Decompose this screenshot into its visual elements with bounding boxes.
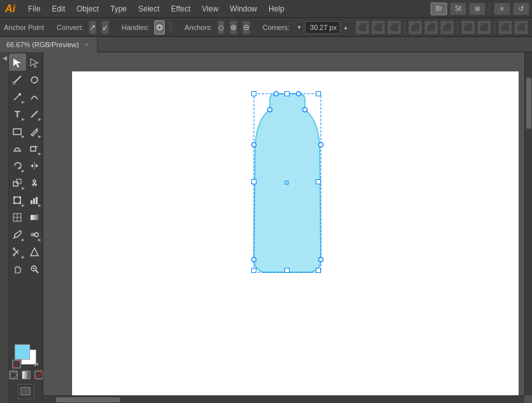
scissors-btn[interactable]: ▶ <box>9 243 26 260</box>
corners-value-input[interactable] <box>305 21 340 34</box>
type-icon: T <box>15 109 20 119</box>
more-options-btn[interactable]: ⬛ <box>498 20 512 34</box>
anchor-action-btn[interactable]: ⊕ <box>230 20 237 34</box>
align-bottom-btn[interactable]: ⬛ <box>440 20 454 34</box>
svg-point-6 <box>18 93 21 96</box>
fill-box[interactable] <box>15 344 30 360</box>
hand-tool-btn[interactable] <box>9 260 26 277</box>
handles-type-btn[interactable] <box>154 20 165 34</box>
menu-help[interactable]: Help <box>263 3 290 15</box>
blend-tool-btn[interactable]: ▶ <box>26 226 43 243</box>
lasso-tool-btn[interactable] <box>26 71 43 88</box>
vertical-scrollbar[interactable] <box>524 52 532 395</box>
pattern-fill-btn[interactable] <box>34 370 44 380</box>
svg-rect-10 <box>31 147 36 151</box>
rotate-tool-btn[interactable]: ▶ <box>9 157 26 174</box>
reflect-tool-btn[interactable] <box>26 157 43 174</box>
eyedropper-btn[interactable]: ▶ <box>9 226 26 243</box>
menu-file[interactable]: File <box>23 3 45 15</box>
eyedropper-sub-arrow: ▶ <box>22 237 25 242</box>
tool-row-5: ▶ ▶ <box>9 122 43 140</box>
menu-view[interactable]: View <box>197 3 224 15</box>
bottom-color-icons <box>9 370 43 380</box>
svg-point-68 <box>252 258 256 262</box>
tool-row-9: ▶ ▶ <box>9 191 43 209</box>
top-icon-group: Br St ⊞ ≡ ↺ <box>431 3 529 15</box>
corners-up-btn[interactable]: ▲ <box>341 21 350 34</box>
artboard-icon-btn[interactable] <box>18 384 34 399</box>
gradient-fill-btn[interactable] <box>21 370 31 380</box>
type-tool-btn[interactable]: T ▶ <box>9 105 26 122</box>
lasso-icon <box>29 75 40 85</box>
h-scroll-thumb[interactable] <box>56 397 120 402</box>
distribute-v-btn[interactable]: ⬛ <box>477 20 491 34</box>
svg-rect-60 <box>252 180 256 184</box>
eraser-tool-btn[interactable]: ▶ <box>26 140 43 157</box>
align-center-v-btn[interactable]: ⬛ <box>424 20 438 34</box>
convert-smooth-btn[interactable]: ↗ <box>89 20 96 34</box>
tool-row-13 <box>9 260 43 277</box>
align-left-btn[interactable]: ⬛ <box>355 20 369 34</box>
svg-rect-59 <box>285 268 290 273</box>
scale-tool-btn[interactable]: ▶ <box>9 174 26 191</box>
zoom-icon <box>29 264 40 274</box>
v-scroll-thumb[interactable] <box>526 78 531 129</box>
curvature-tool-btn[interactable] <box>26 88 43 105</box>
color-picker-icon-btn[interactable] <box>9 370 18 380</box>
line-tool-btn[interactable]: ▶ <box>26 105 43 122</box>
bridge-btn[interactable]: Br <box>431 3 447 15</box>
menu-object[interactable]: Object <box>71 3 104 15</box>
align-top-btn[interactable]: ⬛ <box>408 20 422 34</box>
left-panel-collapse[interactable]: ◀ <box>0 52 9 403</box>
canvas-area[interactable] <box>43 52 532 403</box>
menu-effect[interactable]: Effect <box>166 3 195 15</box>
perspective-grid-btn[interactable] <box>26 243 43 260</box>
stock-btn[interactable]: St <box>450 3 466 15</box>
distribute-h-btn[interactable]: ⬛ <box>461 20 475 34</box>
graph-tool-btn[interactable]: ▶ <box>26 191 43 209</box>
pen-tool-btn[interactable]: ▶ <box>9 88 26 105</box>
menu-type[interactable]: Type <box>105 3 132 15</box>
workspace-btn[interactable]: ≡ <box>494 3 510 15</box>
direct-select-icon <box>29 57 40 68</box>
none-color-btn[interactable] <box>12 360 21 369</box>
shaper-tool-btn[interactable] <box>9 140 26 157</box>
magic-wand-btn[interactable] <box>9 71 26 88</box>
handles-color-box[interactable] <box>170 22 172 33</box>
swap-fill-stroke-btn[interactable]: ⇄ <box>34 361 39 367</box>
align-center-h-btn[interactable]: ⬛ <box>371 20 385 34</box>
tool-row-3: ▶ <box>9 88 43 105</box>
grid-layout-btn[interactable]: ⊞ <box>469 3 485 15</box>
align-right-btn[interactable]: ⬛ <box>387 20 401 34</box>
rect-tool-btn[interactable]: ▶ <box>9 122 26 140</box>
direct-select-tool-btn[interactable] <box>26 54 43 71</box>
mesh-tool-btn[interactable] <box>9 209 26 226</box>
menu-window[interactable]: Window <box>225 3 262 15</box>
gradient-tool-btn[interactable] <box>26 209 43 226</box>
svg-line-35 <box>13 237 15 238</box>
zoom-tool-btn[interactable] <box>26 260 43 277</box>
bottle-container[interactable] <box>244 87 330 293</box>
tab-close-btn[interactable]: × <box>83 41 91 48</box>
anchor-type-btn[interactable]: ◇ <box>218 20 225 34</box>
menu-select[interactable]: Select <box>133 3 165 15</box>
svg-point-5 <box>13 82 15 84</box>
free-transform-btn[interactable]: ▶ <box>9 191 26 209</box>
svg-point-66 <box>252 143 256 147</box>
bottle-svg[interactable] <box>244 87 330 291</box>
smooth-icon: ↗ <box>89 23 96 32</box>
svg-point-18 <box>33 180 36 182</box>
corners-down-btn[interactable]: ▼ <box>295 21 304 34</box>
horizontal-scrollbar[interactable] <box>43 395 524 403</box>
rotate-view-btn[interactable]: ↺ <box>513 3 529 15</box>
menu-edit[interactable]: Edit <box>47 3 70 15</box>
pencil-tool-btn[interactable]: ▶ <box>26 122 43 140</box>
select-tool-btn[interactable] <box>9 54 26 71</box>
app-logo: Ai <box>3 3 18 15</box>
rect-sub-arrow: ▶ <box>22 134 25 138</box>
extra-btn[interactable]: ⬛ <box>514 20 528 34</box>
anchor-remove-btn[interactable]: ⊖ <box>242 20 250 34</box>
convert-corner-btn[interactable]: ↙ <box>101 20 109 34</box>
document-tab[interactable]: 66.67% (RGB/Preview) × <box>0 37 98 52</box>
puppet-warp-btn[interactable] <box>26 174 43 191</box>
